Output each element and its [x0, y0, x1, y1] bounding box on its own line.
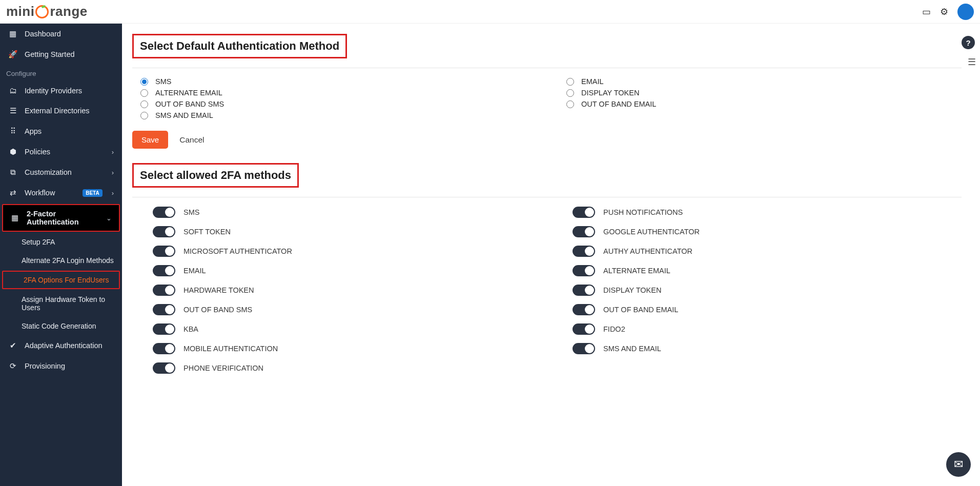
toggle-option: GOOGLE AUTHENTICATOR: [573, 226, 962, 237]
toggle-switch[interactable]: [153, 207, 175, 218]
toggle-option: EMAIL: [153, 265, 542, 276]
section2-title: Select allowed 2FA methods: [134, 165, 297, 186]
toggle-option: FIDO2: [573, 323, 962, 335]
toggle-switch[interactable]: [153, 323, 175, 335]
radio-option[interactable]: OUT OF BAND EMAIL: [566, 100, 962, 108]
save-button[interactable]: Save: [132, 131, 168, 149]
sidebar-subitem[interactable]: 2FA Options For EndUsers: [2, 271, 120, 289]
hamburger-icon[interactable]: ☰: [968, 56, 976, 68]
chevron-icon: ›: [112, 148, 114, 156]
toggle-label: SOFT TOKEN: [183, 228, 231, 236]
toggle-option: OUT OF BAND SMS: [153, 304, 542, 315]
toggle-label: OUT OF BAND EMAIL: [603, 306, 678, 314]
sidebar-item-label: Provisioning: [25, 362, 114, 370]
radio-option[interactable]: ALTERNATE EMAIL: [140, 89, 536, 97]
sidebar-subitem[interactable]: Setup 2FA: [0, 233, 122, 251]
sidebar-item[interactable]: 🗂Identity Providers: [0, 80, 122, 100]
toggle-switch[interactable]: [573, 265, 595, 276]
sidebar-item[interactable]: ⇄WorkflowBETA›: [0, 183, 122, 203]
sidebar-item[interactable]: ▦2-Factor Authentication⌄: [2, 204, 120, 232]
toggle-switch[interactable]: [153, 246, 175, 257]
toggle-switch[interactable]: [573, 246, 595, 257]
toggle-switch[interactable]: [573, 304, 595, 315]
header-actions: ▭ ⚙: [922, 4, 974, 20]
nav-icon: ▦: [10, 213, 19, 222]
toggle-switch[interactable]: [153, 343, 175, 354]
nav-icon: 🚀: [8, 50, 17, 59]
radio-label: DISPLAY TOKEN: [581, 89, 639, 97]
toggle-option: PHONE VERIFICATION: [153, 362, 542, 374]
radio-option[interactable]: OUT OF BAND SMS: [140, 100, 536, 108]
title-highlight-2: Select allowed 2FA methods: [132, 163, 299, 188]
help-icon[interactable]: ?: [962, 36, 975, 49]
chevron-icon: ›: [112, 189, 114, 197]
toggle-label: SMS: [183, 208, 199, 216]
sidebar-subitem[interactable]: Assign Hardware Token to Users: [0, 290, 122, 317]
logo-prefix: mini: [6, 4, 34, 19]
radio-input[interactable]: [566, 89, 574, 97]
radio-option[interactable]: SMS: [140, 77, 536, 86]
toggle-label: SMS AND EMAIL: [603, 345, 661, 353]
sidebar-item-label: Getting Started: [25, 50, 114, 58]
sidebar-item-label: Apps: [25, 127, 114, 135]
toggle-option: PUSH NOTIFICATIONS: [573, 207, 962, 218]
radio-input[interactable]: [140, 89, 148, 97]
radio-label: SMS: [155, 77, 171, 86]
sidebar-item[interactable]: ⬢Policies›: [0, 141, 122, 162]
sidebar-item[interactable]: ☰External Directories: [0, 100, 122, 121]
radio-input[interactable]: [566, 100, 574, 108]
sidebar-subitem[interactable]: Alternate 2FA Login Methods: [0, 251, 122, 270]
sidebar-item[interactable]: ⟳Provisioning: [0, 356, 122, 376]
avatar[interactable]: [957, 4, 974, 20]
toggle-switch[interactable]: [153, 304, 175, 315]
toggle-label: FIDO2: [603, 325, 625, 333]
nav-icon: ✔: [8, 341, 17, 350]
toggle-switch[interactable]: [573, 226, 595, 237]
sidebar-item[interactable]: ⠿Apps: [0, 121, 122, 141]
toggle-option: SMS AND EMAIL: [573, 343, 962, 354]
radio-label: OUT OF BAND EMAIL: [581, 100, 656, 108]
cancel-button[interactable]: Cancel: [179, 135, 204, 145]
chat-icon[interactable]: ✉: [946, 452, 971, 477]
radio-input[interactable]: [140, 112, 148, 119]
radio-input[interactable]: [140, 78, 148, 86]
toggle-label: HARDWARE TOKEN: [183, 286, 254, 294]
radio-label: SMS AND EMAIL: [155, 111, 213, 119]
radio-input[interactable]: [566, 78, 574, 86]
toggle-switch[interactable]: [153, 265, 175, 276]
toggle-option: DISPLAY TOKEN: [573, 285, 962, 296]
radio-option[interactable]: DISPLAY TOKEN: [566, 89, 962, 97]
nav-icon: ☰: [8, 106, 17, 115]
sidebar-item-label: External Directories: [25, 107, 114, 115]
radio-option[interactable]: SMS AND EMAIL: [140, 111, 536, 119]
sidebar-item[interactable]: ✔Adaptive Authentication: [0, 335, 122, 356]
toggle-switch[interactable]: [153, 226, 175, 237]
sidebar-item-label: 2-Factor Authentication: [27, 210, 99, 226]
toggle-switch[interactable]: [153, 362, 175, 374]
sidebar-subitem[interactable]: Static Code Generation: [0, 317, 122, 335]
nav-icon: ⟳: [8, 361, 17, 371]
sidebar-item-label: Identity Providers: [25, 87, 114, 95]
top-header: mini range ▭ ⚙: [0, 0, 980, 24]
logo-o-icon: [35, 5, 49, 18]
chevron-icon: ›: [112, 169, 114, 176]
toggle-label: AUTHY AUTHENTICATOR: [603, 247, 692, 255]
sidebar-item[interactable]: 🚀Getting Started: [0, 44, 122, 65]
toggle-switch[interactable]: [573, 207, 595, 218]
sidebar-item[interactable]: ⧉Customization›: [0, 162, 122, 183]
radio-input[interactable]: [140, 100, 148, 108]
toggle-label: KBA: [183, 325, 198, 333]
toggle-switch[interactable]: [153, 285, 175, 296]
toggle-label: ALTERNATE EMAIL: [603, 267, 670, 275]
sidebar-section-label: Configure: [0, 65, 122, 80]
gear-icon[interactable]: ⚙: [940, 6, 948, 17]
radio-option[interactable]: EMAIL: [566, 77, 962, 86]
toggle-switch[interactable]: [573, 323, 595, 335]
beta-badge: BETA: [83, 189, 102, 197]
sidebar-item-label: Workflow: [25, 189, 75, 197]
docs-icon[interactable]: ▭: [922, 6, 931, 17]
toggle-switch[interactable]: [573, 343, 595, 354]
nav-icon: ⇄: [8, 188, 17, 197]
sidebar-item[interactable]: ▦Dashboard: [0, 24, 122, 44]
toggle-switch[interactable]: [573, 285, 595, 296]
